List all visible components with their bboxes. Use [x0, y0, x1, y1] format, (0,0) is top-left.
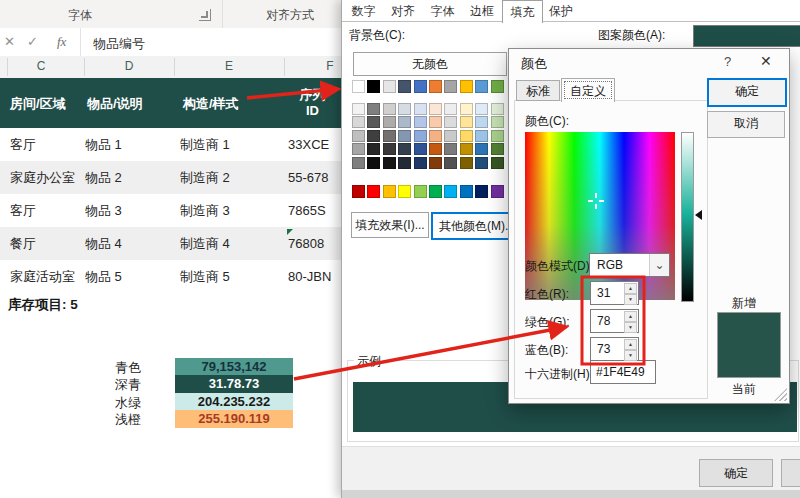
- table-cell[interactable]: 制造商 4: [180, 227, 230, 260]
- table-cell[interactable]: 76808: [288, 227, 324, 260]
- color-mode-select[interactable]: RGB ⌄: [589, 253, 670, 277]
- palette-swatch[interactable]: [367, 130, 380, 142]
- palette-swatch[interactable]: [352, 157, 365, 169]
- palette-swatch[interactable]: [352, 130, 365, 142]
- format-cells-tab-1[interactable]: 对齐: [384, 2, 423, 21]
- palette-swatch[interactable]: [491, 80, 504, 93]
- palette-swatch[interactable]: [491, 157, 504, 169]
- palette-swatch[interactable]: [460, 103, 473, 115]
- table-cell[interactable]: 55-678: [288, 161, 328, 194]
- format-cells-tab-2[interactable]: 字体: [423, 2, 462, 21]
- channel-input[interactable]: 31▲▼: [590, 281, 639, 305]
- palette-swatch[interactable]: [367, 80, 380, 93]
- table-cell[interactable]: 制造商 5: [180, 260, 230, 293]
- palette-swatch[interactable]: [398, 157, 411, 169]
- palette-swatch[interactable]: [444, 143, 457, 155]
- format-cells-tab-4[interactable]: 填充: [502, 0, 543, 23]
- header-cell[interactable]: 构造/样式: [183, 95, 239, 113]
- palette-swatch[interactable]: [491, 130, 504, 142]
- ok-button[interactable]: 确定: [699, 459, 773, 487]
- palette-swatch[interactable]: [414, 130, 427, 142]
- palette-swatch[interactable]: [475, 143, 488, 155]
- column-header-C[interactable]: C: [37, 59, 46, 73]
- palette-swatch[interactable]: [460, 143, 473, 155]
- cancel-icon[interactable]: ✕: [4, 34, 15, 49]
- palette-swatch[interactable]: [352, 103, 365, 115]
- palette-swatch[interactable]: [414, 80, 427, 93]
- legend-color-cell[interactable]: 255.190.119: [175, 410, 293, 427]
- table-cell[interactable]: 80-JBN: [288, 260, 331, 293]
- colors-ok-button[interactable]: 确定: [707, 78, 787, 107]
- palette-swatch[interactable]: [398, 103, 411, 115]
- palette-swatch[interactable]: [475, 157, 488, 169]
- hex-input[interactable]: #1F4E49: [590, 360, 656, 384]
- palette-swatch[interactable]: [414, 185, 427, 198]
- palette-swatch[interactable]: [429, 185, 442, 198]
- header-cell[interactable]: 物品/说明: [87, 95, 143, 113]
- palette-swatch[interactable]: [444, 130, 457, 142]
- cancel-button[interactable]: 取消: [781, 459, 800, 487]
- palette-swatch[interactable]: [460, 157, 473, 169]
- table-header-row[interactable]: 房间/区域物品/说明构造/样式序列 ID: [0, 78, 341, 128]
- legend-color-cell[interactable]: 79,153,142: [175, 358, 293, 375]
- palette-swatch[interactable]: [475, 103, 488, 115]
- help-icon[interactable]: ?: [724, 54, 731, 69]
- format-cells-tab-0[interactable]: 数字: [344, 2, 383, 21]
- format-cells-tab-3[interactable]: 边框: [463, 2, 502, 21]
- column-header-E[interactable]: E: [225, 59, 233, 73]
- dialog-launcher-icon[interactable]: [199, 9, 211, 21]
- legend-color-cell[interactable]: 204.235.232: [175, 393, 293, 410]
- luminance-bar[interactable]: [681, 132, 694, 302]
- column-header-D[interactable]: D: [125, 59, 134, 73]
- colors-tab-custom[interactable]: 自定义: [561, 78, 615, 102]
- spin-up-icon[interactable]: ▲: [624, 283, 637, 294]
- confirm-icon[interactable]: ✓: [27, 34, 38, 49]
- palette-swatch[interactable]: [444, 80, 457, 93]
- palette-swatch[interactable]: [352, 80, 365, 93]
- palette-swatch[interactable]: [352, 116, 365, 128]
- palette-swatch[interactable]: [398, 116, 411, 128]
- palette-swatch[interactable]: [429, 103, 442, 115]
- palette-swatch[interactable]: [475, 185, 488, 198]
- close-icon[interactable]: ✕: [760, 53, 772, 69]
- palette-swatch[interactable]: [383, 157, 396, 169]
- palette-swatch[interactable]: [367, 185, 380, 198]
- palette-swatch[interactable]: [367, 143, 380, 155]
- table-row[interactable]: 家庭活动室物品 5制造商 580-JBN: [0, 260, 341, 293]
- palette-swatch[interactable]: [383, 130, 396, 142]
- palette-swatch[interactable]: [352, 185, 365, 198]
- palette-swatch[interactable]: [475, 80, 488, 93]
- palette-swatch[interactable]: [460, 185, 473, 198]
- table-cell[interactable]: 餐厅: [10, 227, 36, 260]
- palette-swatch[interactable]: [491, 143, 504, 155]
- palette-swatch[interactable]: [475, 116, 488, 128]
- table-row[interactable]: 餐厅物品 4制造商 476808: [0, 227, 341, 260]
- table-cell[interactable]: 制造商 2: [180, 161, 230, 194]
- resize-grip[interactable]: [774, 388, 787, 401]
- fill-effects-button[interactable]: 填充效果(I)...: [351, 212, 429, 238]
- colors-tab-standard[interactable]: 标准: [516, 80, 560, 101]
- palette-swatch[interactable]: [491, 103, 504, 115]
- channel-spinner[interactable]: ▲▼: [624, 311, 637, 331]
- format-cells-tab-5[interactable]: 保护: [542, 2, 581, 21]
- channel-input[interactable]: 78▲▼: [590, 309, 639, 333]
- spin-down-icon[interactable]: ▼: [624, 294, 637, 305]
- palette-swatch[interactable]: [491, 116, 504, 128]
- palette-swatch[interactable]: [444, 116, 457, 128]
- palette-swatch[interactable]: [367, 116, 380, 128]
- palette-swatch[interactable]: [352, 143, 365, 155]
- spin-down-icon[interactable]: ▼: [624, 350, 637, 361]
- palette-swatch[interactable]: [367, 157, 380, 169]
- table-cell[interactable]: 家庭活动室: [10, 260, 75, 293]
- header-cell[interactable]: 房间/区域: [10, 95, 66, 113]
- table-cell[interactable]: 制造商 1: [180, 128, 230, 161]
- insert-function-icon[interactable]: fx: [57, 34, 66, 50]
- table-cell[interactable]: 物品 5: [85, 260, 122, 293]
- table-cell[interactable]: 客厅: [10, 128, 36, 161]
- no-color-button[interactable]: 无颜色: [353, 52, 507, 76]
- table-cell[interactable]: 物品 4: [85, 227, 122, 260]
- palette-swatch[interactable]: [460, 80, 473, 93]
- pattern-color-dropdown[interactable]: [693, 25, 800, 47]
- palette-swatch[interactable]: [414, 116, 427, 128]
- palette-swatch[interactable]: [460, 130, 473, 142]
